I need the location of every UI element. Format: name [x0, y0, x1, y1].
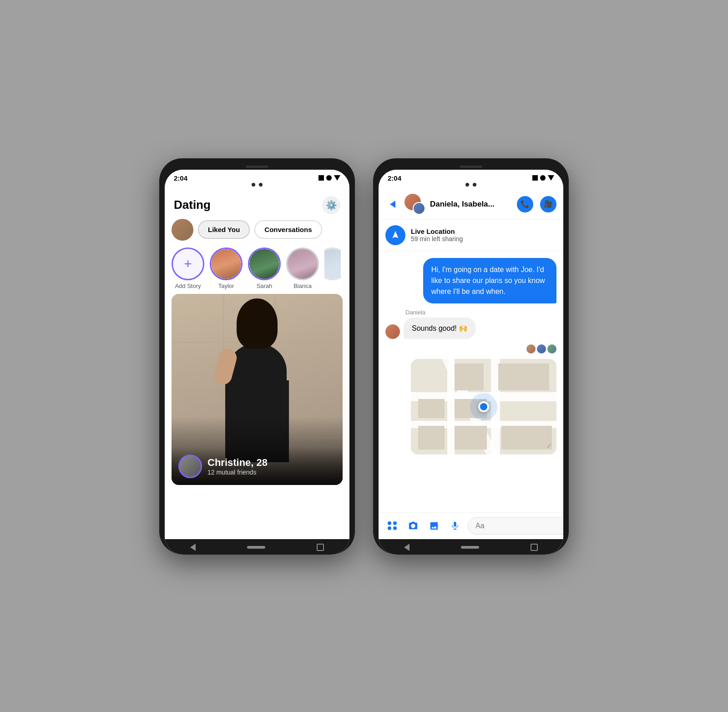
- wifi-icon: [326, 175, 332, 181]
- map-inner: [411, 359, 556, 454]
- messenger-screen: Daniela, Isabela... 📞 🎥: [379, 189, 563, 539]
- header-avatar-secondary: [413, 202, 425, 215]
- dating-screen: Dating ⚙️ Liked You Conversations: [165, 189, 349, 539]
- plus-icon: +: [184, 256, 192, 272]
- voice-call-button[interactable]: 📞: [517, 196, 533, 212]
- header-actions: 📞 🎥: [517, 196, 556, 212]
- nav-recents-button[interactable]: [317, 544, 324, 551]
- block-5: [418, 426, 445, 450]
- right-phone: 2:04: [373, 158, 569, 554]
- location-text-group: Live Location 59 min left sharing: [411, 227, 463, 242]
- right-time: 2:04: [388, 174, 401, 182]
- bianca-story-circle[interactable]: [286, 247, 319, 280]
- taylor-story-item[interactable]: Taylor: [210, 247, 243, 289]
- phones-container: 2:04 Dating ⚙️: [159, 158, 569, 554]
- grid-dot-1: [388, 521, 391, 525]
- sarah-story-item[interactable]: Sarah: [248, 247, 281, 289]
- taylor-story-label: Taylor: [218, 283, 234, 289]
- left-status-icons: [318, 175, 340, 181]
- message-input[interactable]: [468, 517, 563, 535]
- profile-mini-avatar: [178, 454, 202, 478]
- wifi-icon-r: [540, 175, 546, 181]
- back-button[interactable]: [385, 197, 400, 212]
- location-subtitle: 59 min left sharing: [411, 235, 463, 242]
- map-bg: [411, 359, 556, 454]
- camera-dot-r1: [465, 183, 469, 187]
- block-6: [455, 426, 486, 450]
- liked-you-tab[interactable]: Liked You: [198, 220, 250, 239]
- right-camera-area: [379, 182, 563, 189]
- block-7: [501, 426, 552, 450]
- gallery-icon: [429, 521, 439, 531]
- nav-home-button-r[interactable]: [461, 546, 479, 549]
- receipt-avatar-1: [526, 344, 536, 353]
- camera-button[interactable]: [405, 518, 421, 534]
- daniela-avatar: [385, 324, 400, 339]
- right-status-bar: 2:04: [379, 170, 563, 182]
- camera-dot-1: [252, 183, 255, 187]
- left-status-bar: 2:04: [165, 170, 349, 182]
- sent-message-1: Hi, I'm going on a date with Joe. I'd li…: [423, 258, 556, 303]
- grid-dot-2: [393, 521, 397, 525]
- checkmark: ✓: [546, 441, 553, 451]
- profile-info: Christine, 28 12 mutual friends: [172, 448, 343, 485]
- camera-area: [165, 182, 349, 189]
- nav-back-button[interactable]: [190, 544, 196, 551]
- camera-dot-r2: [473, 183, 476, 187]
- sp-story-item[interactable]: [324, 247, 341, 283]
- sarah-story-label: Sarah: [257, 283, 273, 289]
- chat-area: Hi, I'm going on a date with Joe. I'd li…: [379, 251, 563, 512]
- nav-home-button[interactable]: [247, 546, 265, 549]
- receipt-avatar-3: [547, 344, 556, 353]
- signal-icon-r: [532, 175, 538, 181]
- camera-dot-2: [259, 183, 263, 187]
- back-arrow-icon: [390, 201, 395, 208]
- gallery-button[interactable]: [426, 518, 442, 534]
- location-title: Live Location: [411, 227, 463, 235]
- user-avatar-tab[interactable]: [172, 219, 193, 241]
- received-bubble-1: Sounds good! 🙌: [404, 318, 476, 339]
- grid-dot-3: [388, 526, 391, 530]
- stories-row: + Add Story Taylor: [165, 245, 349, 294]
- dating-header: Dating ⚙️: [165, 189, 349, 219]
- sarah-story-circle[interactable]: [248, 247, 281, 280]
- add-story-circle[interactable]: +: [172, 247, 204, 280]
- nav-recents-button-r[interactable]: [531, 544, 538, 551]
- conversations-tab[interactable]: Conversations: [254, 220, 322, 239]
- dating-tabs: Liked You Conversations: [165, 219, 349, 245]
- settings-button[interactable]: ⚙️: [322, 196, 340, 214]
- profile-name: Christine, 28: [207, 457, 268, 469]
- sent-bubble-1: Hi, I'm going on a date with Joe. I'd li…: [423, 258, 556, 303]
- left-phone-speaker: [246, 166, 268, 168]
- location-banner[interactable]: Live Location 59 min left sharing: [379, 220, 563, 251]
- header-name[interactable]: Daniela, Isabela...: [430, 200, 512, 209]
- dating-title: Dating: [174, 198, 211, 212]
- sp-story-circle[interactable]: [324, 247, 341, 280]
- bianca-story-item[interactable]: Bianca: [286, 247, 319, 289]
- location-dot: [478, 401, 489, 412]
- location-arrow-icon: [390, 230, 400, 240]
- profile-card[interactable]: Christine, 28 12 mutual friends: [172, 294, 343, 485]
- received-bubble-group: Daniela Sounds good! 🙌: [404, 309, 476, 339]
- add-story-item[interactable]: + Add Story: [172, 247, 204, 289]
- receipt-avatar-2: [537, 344, 546, 353]
- location-icon-circle: [385, 225, 405, 245]
- block-2: [498, 364, 549, 390]
- more-options-button[interactable]: [384, 518, 400, 534]
- taylor-story-circle[interactable]: [210, 247, 243, 280]
- left-phone-inner: 2:04 Dating ⚙️: [165, 170, 349, 555]
- camera-icon: [408, 521, 418, 531]
- gear-icon: ⚙️: [326, 200, 337, 211]
- map-message[interactable]: ✓: [411, 359, 556, 454]
- video-icon: 🎥: [544, 200, 553, 208]
- left-time: 2:04: [174, 174, 187, 182]
- sender-name: Daniela: [404, 309, 476, 316]
- profile-text: Christine, 28 12 mutual friends: [207, 457, 268, 476]
- video-call-button[interactable]: 🎥: [540, 196, 556, 212]
- grid-dot-4: [393, 526, 397, 530]
- nav-back-button-r[interactable]: [404, 544, 410, 551]
- phone-icon: 📞: [521, 200, 530, 208]
- block-1: [455, 364, 484, 390]
- microphone-button[interactable]: [447, 518, 463, 534]
- received-message-1: Daniela Sounds good! 🙌: [385, 309, 476, 339]
